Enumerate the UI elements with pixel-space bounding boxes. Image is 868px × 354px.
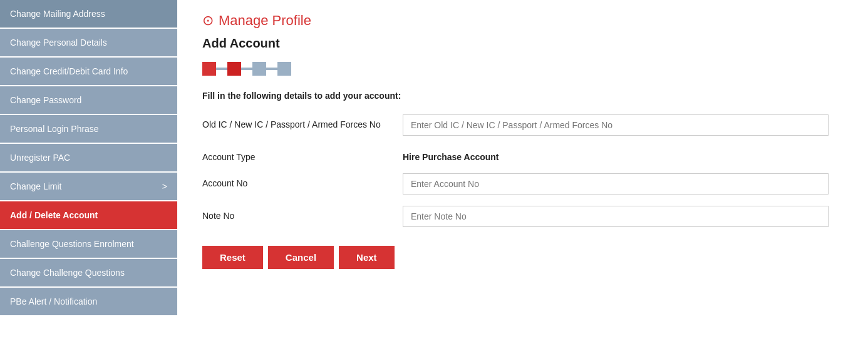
account-type-label: Account Type bbox=[202, 147, 403, 162]
form-instructions: Fill in the following details to add you… bbox=[202, 91, 843, 101]
form-buttons: Reset Cancel Next bbox=[202, 246, 843, 269]
reset-button[interactable]: Reset bbox=[202, 246, 263, 269]
step-1-indicator bbox=[202, 62, 216, 76]
account-no-row: Account No bbox=[202, 173, 843, 195]
note-no-label: Note No bbox=[202, 206, 403, 221]
sidebar-item-change-credit-debit[interactable]: Change Credit/Debit Card Info bbox=[0, 58, 177, 85]
sidebar-item-unregister-pac[interactable]: Unregister PAC bbox=[0, 144, 177, 171]
account-type-value: Hire Purchase Account bbox=[403, 147, 829, 162]
section-title: Add Account bbox=[202, 36, 843, 51]
sidebar-item-change-personal-details[interactable]: Change Personal Details bbox=[0, 29, 177, 56]
account-type-row: Account Type Hire Purchase Account bbox=[202, 147, 843, 162]
sidebar-item-add-delete-account[interactable]: Add / Delete Account bbox=[0, 201, 177, 229]
sidebar-item-challenge-questions-enrolment[interactable]: Challenge Questions Enrolment bbox=[0, 230, 177, 258]
ic-passport-label: Old IC / New IC / Passport / Armed Force… bbox=[202, 114, 403, 129]
account-no-field bbox=[403, 173, 829, 195]
step-2-indicator bbox=[227, 62, 241, 76]
account-no-label: Account No bbox=[202, 173, 403, 188]
account-no-input[interactable] bbox=[403, 173, 829, 195]
step-3-indicator bbox=[252, 62, 266, 76]
sidebar-item-change-mailing-address[interactable]: Change Mailing Address bbox=[0, 0, 177, 28]
ic-passport-row: Old IC / New IC / Passport / Armed Force… bbox=[202, 114, 843, 136]
ic-passport-input[interactable] bbox=[403, 114, 829, 136]
step-connector-2 bbox=[241, 68, 252, 70]
step-connector-1 bbox=[216, 68, 227, 70]
page-header: ⊙ Manage Profile bbox=[202, 13, 843, 29]
arrow-right-icon: > bbox=[162, 181, 167, 191]
sidebar: Change Mailing Address Change Personal D… bbox=[0, 0, 177, 354]
cancel-button[interactable]: Cancel bbox=[268, 246, 334, 269]
note-no-field bbox=[403, 206, 829, 227]
sidebar-item-pbe-alert-notification[interactable]: PBe Alert / Notification bbox=[0, 288, 177, 315]
sidebar-item-change-challenge-questions[interactable]: Change Challenge Questions bbox=[0, 259, 177, 286]
account-type-field: Hire Purchase Account bbox=[403, 147, 829, 162]
note-no-row: Note No bbox=[202, 206, 843, 227]
add-account-form: Old IC / New IC / Passport / Armed Force… bbox=[202, 114, 843, 227]
step-indicators bbox=[202, 62, 843, 76]
back-button[interactable]: ⊙ bbox=[202, 13, 214, 29]
sidebar-item-change-limit[interactable]: Change Limit > bbox=[0, 173, 177, 200]
step-connector-3 bbox=[266, 68, 277, 70]
main-content: ⊙ Manage Profile Add Account Fill in the… bbox=[177, 0, 868, 354]
step-4-indicator bbox=[277, 62, 291, 76]
note-no-input[interactable] bbox=[403, 206, 829, 227]
next-button[interactable]: Next bbox=[339, 246, 395, 269]
sidebar-item-personal-login-phrase[interactable]: Personal Login Phrase bbox=[0, 115, 177, 143]
page-title: Manage Profile bbox=[219, 13, 311, 29]
ic-passport-field bbox=[403, 114, 829, 136]
sidebar-item-change-password[interactable]: Change Password bbox=[0, 86, 177, 114]
